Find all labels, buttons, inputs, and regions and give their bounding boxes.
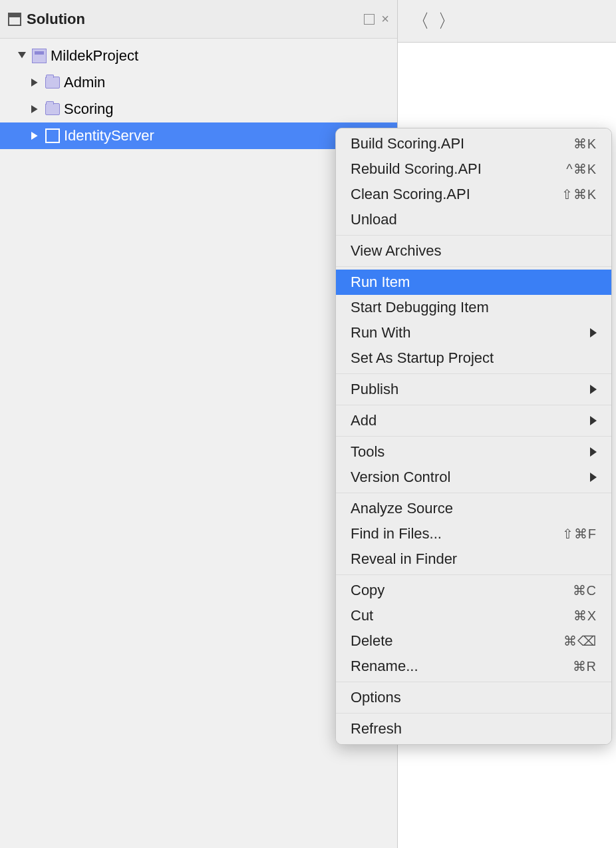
menu-item-set-startup[interactable]: Set As Startup Project — [336, 345, 611, 371]
folder-icon — [45, 77, 60, 89]
editor-toolbar: 〈 〉 — [398, 0, 616, 43]
menu-item-label: Analyze Source — [351, 500, 453, 517]
panel-header: Solution × — [0, 0, 397, 39]
menu-item-start-debugging[interactable]: Start Debugging Item — [336, 295, 611, 320]
tree-item-label: Admin — [64, 74, 105, 91]
menu-group: View Archives — [336, 236, 611, 267]
menu-item-build[interactable]: Build Scoring.API ⌘K — [336, 131, 611, 156]
dock-icon[interactable] — [364, 14, 375, 25]
svg-marker-0 — [18, 52, 26, 59]
chevron-right-icon — [590, 416, 597, 425]
menu-item-rename[interactable]: Rename... ⌘R — [336, 654, 611, 679]
menu-item-clean[interactable]: Clean Scoring.API ⇧⌘K — [336, 182, 611, 207]
chevron-right-icon — [590, 328, 597, 337]
menu-item-label: Reveal in Finder — [351, 550, 457, 568]
menu-item-label: Clean Scoring.API — [351, 186, 470, 203]
menu-item-label: Rebuild Scoring.API — [351, 160, 482, 178]
menu-item-label: Run With — [351, 324, 410, 341]
tree-item-label: Scoring — [64, 101, 114, 118]
menu-item-find-in-files[interactable]: Find in Files... ⇧⌘F — [336, 521, 611, 546]
chevron-right-icon[interactable] — [29, 77, 41, 89]
nav-forward-button[interactable]: 〉 — [438, 9, 456, 34]
chevron-down-icon[interactable] — [16, 50, 28, 62]
menu-shortcut: ⌘K — [573, 136, 597, 152]
menu-item-label: View Archives — [351, 242, 442, 260]
svg-marker-2 — [31, 105, 38, 113]
menu-shortcut: ⌘X — [573, 608, 597, 624]
close-icon[interactable]: × — [381, 11, 389, 27]
menu-item-label: Rename... — [351, 658, 418, 675]
solution-icon — [32, 49, 47, 63]
chevron-right-icon — [590, 447, 597, 457]
menu-group: Tools Version Control — [336, 437, 611, 493]
menu-item-label: Start Debugging Item — [351, 299, 489, 316]
menu-item-label: Refresh — [351, 720, 402, 738]
project-icon — [45, 128, 60, 143]
menu-shortcut: ⌘⌫ — [563, 633, 597, 649]
folder-icon — [45, 103, 60, 115]
menu-item-tools[interactable]: Tools — [336, 439, 611, 465]
menu-group: Publish — [336, 374, 611, 405]
svg-marker-1 — [31, 79, 38, 87]
chevron-right-icon[interactable] — [29, 103, 41, 115]
menu-item-copy[interactable]: Copy ⌘C — [336, 578, 611, 603]
menu-group: Options — [336, 682, 611, 714]
tree-item-admin[interactable]: Admin — [0, 69, 397, 96]
menu-item-label: Run Item — [351, 274, 410, 291]
menu-item-delete[interactable]: Delete ⌘⌫ — [336, 628, 611, 654]
menu-item-label: Add — [351, 412, 377, 429]
menu-item-run-item[interactable]: Run Item — [336, 270, 611, 295]
menu-item-label: Build Scoring.API — [351, 135, 464, 152]
menu-item-run-with[interactable]: Run With — [336, 320, 611, 345]
menu-item-label: Delete — [351, 632, 393, 650]
menu-item-publish[interactable]: Publish — [336, 377, 611, 402]
context-menu: Build Scoring.API ⌘K Rebuild Scoring.API… — [335, 128, 612, 745]
menu-shortcut: ⌘C — [573, 582, 597, 598]
menu-group: Copy ⌘C Cut ⌘X Delete ⌘⌫ Rename... ⌘R — [336, 575, 611, 682]
menu-item-refresh[interactable]: Refresh — [336, 716, 611, 742]
menu-item-label: Set As Startup Project — [351, 349, 494, 367]
menu-item-label: Unload — [351, 211, 397, 228]
menu-item-label: Tools — [351, 443, 385, 461]
panel-title: Solution — [27, 11, 85, 28]
menu-group: Refresh — [336, 714, 611, 744]
panel-icon — [8, 13, 21, 26]
menu-group: Analyze Source Find in Files... ⇧⌘F Reve… — [336, 493, 611, 575]
chevron-right-icon — [590, 385, 597, 394]
menu-item-label: Find in Files... — [351, 525, 442, 542]
menu-item-cut[interactable]: Cut ⌘X — [336, 603, 611, 628]
menu-item-label: Version Control — [351, 469, 450, 486]
menu-shortcut: ⇧⌘F — [562, 526, 597, 542]
menu-item-options[interactable]: Options — [336, 685, 611, 710]
menu-item-view-archives[interactable]: View Archives — [336, 238, 611, 264]
svg-marker-3 — [31, 132, 38, 140]
menu-shortcut: ⌘R — [573, 658, 597, 674]
menu-group: Build Scoring.API ⌘K Rebuild Scoring.API… — [336, 128, 611, 236]
menu-item-version-control[interactable]: Version Control — [336, 465, 611, 490]
menu-item-label: Cut — [351, 607, 373, 624]
menu-group: Run Item Start Debugging Item Run With S… — [336, 267, 611, 374]
menu-item-analyze-source[interactable]: Analyze Source — [336, 496, 611, 521]
chevron-right-icon — [590, 473, 597, 482]
chevron-right-icon[interactable] — [29, 130, 41, 142]
menu-item-label: Options — [351, 689, 401, 706]
menu-group: Add — [336, 405, 611, 437]
menu-item-reveal-in-finder[interactable]: Reveal in Finder — [336, 546, 611, 572]
menu-item-label: Copy — [351, 582, 385, 599]
tree-root-item[interactable]: MildekProject — [0, 43, 397, 69]
menu-item-rebuild[interactable]: Rebuild Scoring.API ^⌘K — [336, 156, 611, 182]
menu-item-label: Publish — [351, 381, 398, 398]
menu-shortcut: ^⌘K — [566, 161, 597, 177]
tree-item-label: IdentityServer — [64, 127, 154, 144]
menu-item-unload[interactable]: Unload — [336, 207, 611, 232]
tree-item-scoring[interactable]: Scoring — [0, 96, 397, 122]
tree-root-label: MildekProject — [51, 47, 138, 65]
nav-back-button[interactable]: 〈 — [411, 9, 430, 34]
menu-shortcut: ⇧⌘K — [561, 186, 597, 202]
menu-item-add[interactable]: Add — [336, 408, 611, 433]
